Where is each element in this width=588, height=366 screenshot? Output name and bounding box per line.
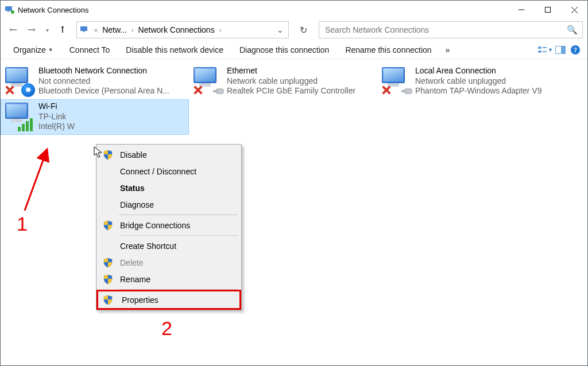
connection-item-wifi[interactable]: Wi-Fi TP-Link Intel(R) W [1, 99, 189, 135]
nav-dropdown-button[interactable]: ▾ [42, 22, 52, 38]
shield-icon [103, 150, 113, 160]
view-options-button[interactable]: ▼ [538, 42, 553, 57]
signal-bars-icon [18, 118, 33, 131]
conn-device: Intel(R) W [38, 122, 75, 132]
nav-forward-button[interactable]: 🠖 [24, 22, 40, 38]
location-icon [80, 25, 90, 34]
ctx-separator [119, 215, 238, 215]
conn-name: Wi-Fi [38, 102, 75, 112]
svg-text:?: ? [574, 46, 577, 54]
svg-rect-0 [5, 6, 12, 11]
svg-rect-10 [543, 47, 547, 48]
search-icon[interactable]: 🔍 [567, 25, 578, 35]
ctx-diagnose[interactable]: Diagnose [98, 196, 239, 213]
conn-status: TP-Link [38, 112, 75, 122]
svg-point-2 [11, 10, 14, 14]
svg-rect-4 [546, 7, 551, 13]
more-button[interactable]: » [440, 41, 456, 59]
conn-name: Ethernet [227, 66, 355, 76]
search-box[interactable]: 🔍 [319, 21, 583, 38]
nav-back-button[interactable]: 🠔 [5, 22, 21, 38]
conn-name: Bluetooth Network Connection [38, 66, 169, 76]
conn-device: Bluetooth Device (Personal Area N... [38, 86, 169, 96]
wifi-connection-icon [4, 102, 34, 131]
svg-rect-12 [543, 51, 547, 52]
annotation-1: 1 [17, 213, 28, 235]
connect-to-button[interactable]: Connect To [61, 41, 118, 59]
shield-icon [103, 220, 113, 231]
svg-rect-8 [83, 31, 85, 32]
refresh-button[interactable]: ↻ [295, 21, 312, 38]
shield-icon [103, 295, 113, 305]
svg-rect-14 [561, 46, 565, 53]
context-menu: Disable Connect / Disconnect Status Diag… [96, 144, 242, 310]
ctx-rename[interactable]: Rename [98, 271, 239, 287]
ctx-delete: Delete [98, 254, 239, 271]
search-input[interactable] [324, 25, 567, 35]
bluetooth-badge-icon: ⁕ [21, 83, 35, 97]
toolbar: Organize▼ Connect To Disable this networ… [1, 41, 587, 59]
connection-item-lan[interactable]: Local Area Connection Network cable unpl… [377, 64, 566, 99]
ctx-bridge[interactable]: Bridge Connections [98, 217, 239, 233]
svg-rect-9 [538, 46, 541, 49]
breadcrumb-seg-connections[interactable]: Network Connections [137, 22, 216, 38]
red-x-icon [3, 83, 17, 97]
ctx-create-shortcut[interactable]: Create Shortcut [98, 237, 239, 254]
connection-list: ⁕ Bluetooth Network Connection Not conne… [1, 64, 587, 135]
lan-connection-icon [381, 66, 411, 96]
shield-icon [103, 258, 113, 268]
conn-name: Local Area Connection [415, 66, 541, 76]
bluetooth-connection-icon: ⁕ [4, 66, 34, 96]
maximize-button[interactable] [535, 1, 561, 19]
chevron-right-icon: « [91, 26, 101, 33]
svg-rect-11 [538, 50, 541, 53]
disable-device-button[interactable]: Disable this network device [118, 41, 231, 59]
nav-up-button[interactable]: 🠕 [55, 22, 71, 38]
cable-icon [208, 88, 225, 96]
window-title: Network Connections [18, 6, 89, 14]
ctx-separator [119, 235, 238, 236]
annotation-2: 2 [161, 317, 172, 340]
close-button[interactable] [561, 1, 587, 19]
navbar: 🠔 🠖 ▾ 🠕 « Netw... › Network Connections … [1, 19, 587, 41]
ctx-connect-disconnect[interactable]: Connect / Disconnect [98, 163, 239, 180]
ctx-properties[interactable]: Properties [96, 290, 241, 310]
cable-icon [397, 88, 413, 96]
conn-status: Network cable unplugged [227, 76, 355, 87]
svg-rect-1 [7, 11, 10, 12]
organize-menu[interactable]: Organize▼ [5, 41, 61, 59]
connection-item-bluetooth[interactable]: ⁕ Bluetooth Network Connection Not conne… [1, 64, 189, 99]
breadcrumb[interactable]: « Netw... › Network Connections › ⌄ [76, 21, 289, 38]
network-connections-window: Network Connections 🠔 🠖 ▾ 🠕 « Netw... › … [0, 0, 588, 366]
chevron-right-icon[interactable]: › [128, 26, 137, 33]
conn-status: Not connected [38, 76, 169, 87]
chevron-right-icon[interactable]: › [216, 26, 225, 33]
diagnose-button[interactable]: Diagnose this connection [231, 41, 337, 59]
shield-icon [103, 274, 113, 285]
ctx-disable[interactable]: Disable [98, 146, 239, 163]
content-area: ⁕ Bluetooth Network Connection Not conne… [1, 59, 587, 135]
conn-device: Phantom TAP-Windows Adapter V9 [415, 86, 541, 96]
conn-status: Network cable unplugged [415, 76, 541, 87]
svg-rect-18 [213, 90, 218, 92]
ctx-status[interactable]: Status [98, 180, 239, 196]
connection-item-ethernet[interactable]: Ethernet Network cable unplugged Realtek… [189, 64, 377, 99]
window-icon [5, 5, 14, 14]
window-controls [508, 1, 587, 19]
rename-button[interactable]: Rename this connection [337, 41, 439, 59]
svg-rect-7 [80, 26, 87, 31]
annotation-arrow [19, 147, 65, 216]
breadcrumb-dropdown[interactable]: ⌄ [273, 25, 287, 34]
svg-line-21 [25, 151, 47, 211]
titlebar: Network Connections [1, 1, 587, 19]
preview-pane-button[interactable] [553, 42, 568, 57]
svg-rect-20 [401, 90, 406, 92]
help-button[interactable]: ? [568, 42, 583, 57]
conn-device: Realtek PCIe GbE Family Controller [227, 86, 355, 96]
red-x-icon [191, 83, 205, 97]
red-x-icon [380, 83, 393, 97]
minimize-button[interactable] [508, 1, 535, 19]
ethernet-connection-icon [192, 66, 222, 96]
breadcrumb-seg-network[interactable]: Netw... [101, 22, 128, 38]
